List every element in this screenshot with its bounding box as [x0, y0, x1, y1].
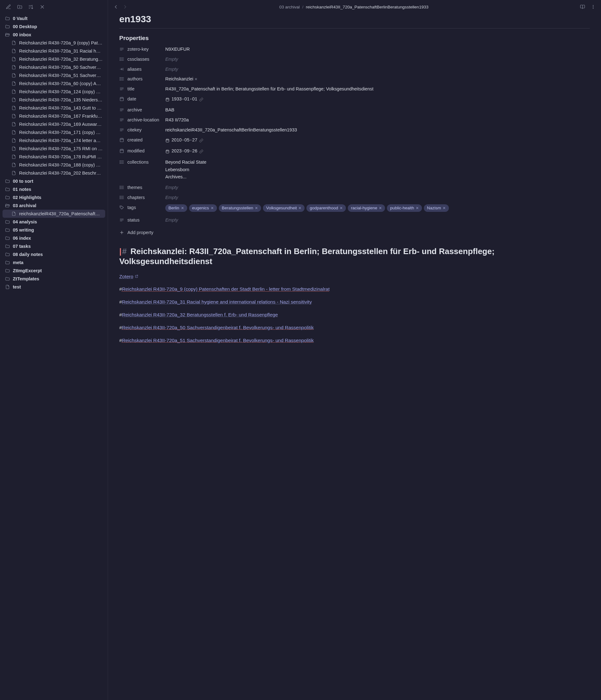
property-key[interactable]: collections — [119, 159, 162, 165]
property-value[interactable]: Empty — [165, 56, 590, 63]
file-item[interactable]: Reichskanzlei R43II-720a_31 Racial hygie… — [2, 47, 105, 55]
folder-item[interactable]: 00 Desktop — [2, 23, 105, 31]
file-item[interactable]: Reichskanzlei R43II-720a_171 (copy) 6. V… — [2, 128, 105, 136]
note-link[interactable]: Reichskanzlei R43II-720a_31 Racial hygie… — [122, 299, 312, 304]
property-key[interactable]: cssclasses — [119, 56, 162, 61]
more-options-icon[interactable] — [591, 4, 596, 10]
new-folder-icon[interactable] — [17, 4, 23, 10]
note-content[interactable]: en1933 Properties zotero-keyN9XEUFURcssc… — [108, 14, 601, 700]
property-key[interactable]: themes — [119, 184, 162, 190]
file-item[interactable]: Reichskanzlei R43II-720a_9 (copy) Patens… — [2, 39, 105, 47]
note-link[interactable]: Reichskanzlei R43II-720a_50 Sachverstand… — [122, 325, 314, 330]
folder-item[interactable]: 00 to sort — [2, 177, 105, 185]
property-value[interactable]: R43 II/720a — [165, 117, 590, 124]
new-note-icon[interactable] — [6, 4, 11, 10]
folder-item[interactable]: 02 Highlights — [2, 193, 105, 201]
tag-pill[interactable]: godparenthood✕ — [307, 204, 346, 212]
property-key[interactable]: authors — [119, 76, 162, 81]
tag-pill[interactable]: Nazism✕ — [424, 204, 449, 212]
breadcrumb-parent[interactable]: 03 archival — [279, 5, 299, 9]
tag-remove-icon[interactable]: ✕ — [181, 205, 184, 211]
note-link[interactable]: Reichskanzlei R43II-720a_51 Sachverstand… — [122, 338, 314, 343]
file-item[interactable]: Reichskanzlei R43II-720a_60 (copy) Anspr… — [2, 79, 105, 88]
sort-icon[interactable] — [28, 4, 34, 10]
file-item[interactable]: Reichskanzlei R43II-720a_51 Sachverstand… — [2, 71, 105, 79]
tag-remove-icon[interactable]: ✕ — [298, 205, 302, 211]
folder-item[interactable]: 00 inbox — [2, 31, 105, 39]
note-link[interactable]: Reichskanzlei R43II-720a_32 Beratungsste… — [122, 312, 278, 317]
nav-back-icon[interactable] — [113, 4, 119, 10]
property-value[interactable]: BAB — [165, 107, 590, 114]
file-item[interactable]: Reichskanzlei R43II-720a_50 Sachverstand… — [2, 63, 105, 71]
file-item[interactable]: Reichskanzlei R43II-720a_174 letter abou… — [2, 136, 105, 145]
property-key[interactable]: zotero-key — [119, 46, 162, 52]
file-item[interactable]: Reichskanzlei R43II-720a_167 Frankfurter… — [2, 112, 105, 120]
property-value[interactable]: Berlin✕eugenics✕Beratungsstellen✕Volksge… — [165, 204, 590, 214]
tag-pill[interactable]: Berlin✕ — [165, 204, 187, 212]
folder-item[interactable]: 06 index — [2, 234, 105, 242]
file-item[interactable]: reichskanzleiR43II_720a_PatenschaftBerli… — [2, 210, 105, 218]
file-item[interactable]: Reichskanzlei R43II-720a_202 Beschrankun… — [2, 169, 105, 177]
tag-remove-icon[interactable]: ✕ — [340, 205, 343, 211]
property-key[interactable]: aliases — [119, 66, 162, 72]
breadcrumb-current[interactable]: reichskanzleiR43II_720a_PatenschaftBerli… — [306, 5, 429, 9]
folder-item[interactable]: ZtImgExcerpt — [2, 267, 105, 275]
folder-item[interactable]: 04 analysis — [2, 218, 105, 226]
property-value[interactable]: 1933-01-01 — [165, 96, 590, 104]
tag-pill[interactable]: Volksgesundheit✕ — [263, 204, 305, 212]
property-key[interactable]: status — [119, 217, 162, 223]
folder-item[interactable]: 01 notes — [2, 185, 105, 193]
property-key[interactable]: modified — [119, 148, 162, 153]
property-key[interactable]: citekey — [119, 127, 162, 132]
property-value[interactable]: R43II_720a_Patenschaft in Berlin; Beratu… — [165, 86, 590, 93]
property-key[interactable]: created — [119, 137, 162, 142]
property-value[interactable]: Empty — [165, 184, 590, 191]
file-item[interactable]: Reichskanzlei R43II-720a_169 Auswartigen… — [2, 120, 105, 128]
property-value[interactable]: 2010-05-27 — [165, 137, 590, 145]
folder-item[interactable]: meta — [2, 258, 105, 267]
file-item[interactable]: Reichskanzlei R43II-720a_135 Niederschif… — [2, 96, 105, 104]
property-key[interactable]: chapters — [119, 194, 162, 200]
property-value[interactable]: Reichskanzlei✕ — [165, 76, 590, 83]
property-key[interactable]: date — [119, 96, 162, 101]
collapse-icon[interactable] — [40, 4, 45, 10]
folder-item[interactable]: 05 writing — [2, 226, 105, 234]
property-key[interactable]: archive — [119, 107, 162, 112]
property-value[interactable]: reichskanzleiR43II_720a_PatenschaftBerli… — [165, 127, 590, 134]
folder-item[interactable]: 07 tasks — [2, 242, 105, 250]
file-item[interactable]: Reichskanzlei R43II-720a_32 Beratungsste… — [2, 55, 105, 63]
tag-pill[interactable]: public-health✕ — [387, 204, 422, 212]
folder-item[interactable]: ZtTemplates — [2, 275, 105, 283]
folder-item[interactable]: 03 archival — [2, 201, 105, 210]
tag-remove-icon[interactable]: ✕ — [416, 205, 419, 211]
property-key[interactable]: archive-location — [119, 117, 162, 122]
zotero-link[interactable]: Zotero — [119, 274, 138, 279]
property-value[interactable]: N9XEUFUR — [165, 46, 590, 53]
tag-pill[interactable]: eugenics✕ — [189, 204, 217, 212]
tag-remove-icon[interactable]: ✕ — [442, 205, 446, 211]
property-value[interactable]: Empty — [165, 66, 590, 73]
tag-remove-icon[interactable]: ✕ — [211, 205, 214, 211]
file-item[interactable]: Reichskanzlei R43II-720a_178 RuPMI -- in… — [2, 153, 105, 161]
property-value[interactable]: Empty — [165, 217, 590, 224]
file-item[interactable]: Reichskanzlei R43II-720a_143 Gutt to Hit… — [2, 104, 105, 112]
file-item[interactable]: Reichskanzlei R43II-720a_175 RMI on Jewi… — [2, 145, 105, 153]
property-value[interactable]: Beyond Racial StateLebensbornArchives... — [165, 159, 590, 181]
nav-forward-icon[interactable] — [122, 4, 128, 10]
tag-pill[interactable]: Beratungsstellen✕ — [219, 204, 261, 212]
file-tree[interactable]: 0 Vault00 Desktop00 inboxReichskanzlei R… — [0, 14, 108, 700]
tag-remove-icon[interactable]: ✕ — [255, 205, 258, 211]
property-key[interactable]: tags — [119, 204, 162, 210]
note-link[interactable]: Reichskanzlei R43II-720a_9 (copy) Patens… — [122, 286, 330, 292]
tag-pill[interactable]: racial-hygiene✕ — [348, 204, 385, 212]
reading-view-icon[interactable] — [580, 4, 585, 10]
property-value[interactable]: Empty — [165, 194, 590, 201]
breadcrumb[interactable]: 03 archival / reichskanzleiR43II_720a_Pa… — [130, 5, 577, 9]
folder-item[interactable]: 08 daily notes — [2, 250, 105, 258]
property-value[interactable]: 2023-09-26 — [165, 148, 590, 156]
tag-remove-icon[interactable]: ✕ — [379, 205, 382, 211]
file-item[interactable]: Reichskanzlei R43II-720a_124 (copy) Nied… — [2, 88, 105, 96]
file-item[interactable]: test — [2, 283, 105, 291]
file-item[interactable]: Reichskanzlei R43II-720a_188 (copy) Rass… — [2, 161, 105, 169]
add-property-button[interactable]: Add property — [119, 230, 590, 235]
